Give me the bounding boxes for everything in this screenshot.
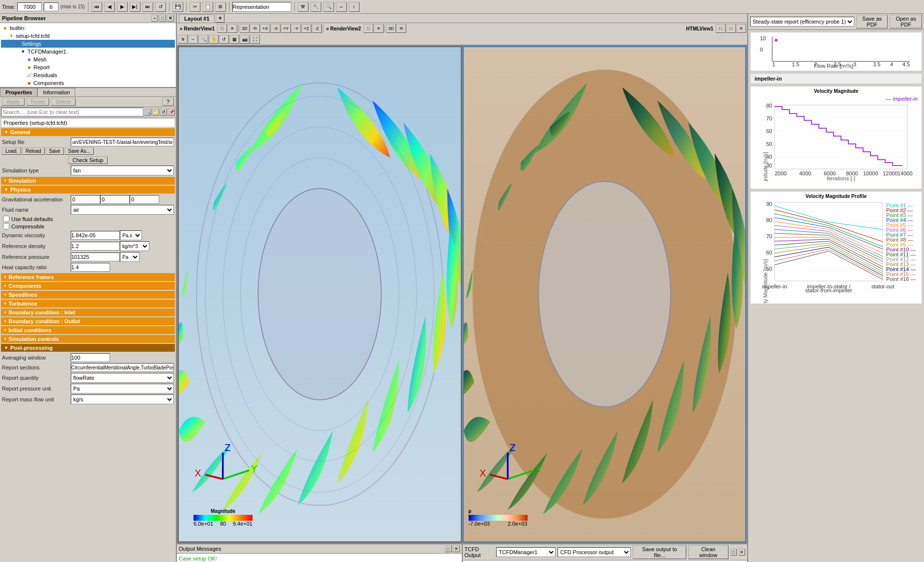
save-as-btn[interactable]: Save As... — [65, 147, 94, 155]
tree-item-residuals[interactable]: 📈 Residuals — [1, 71, 175, 79]
use-fluid-defaults-cb[interactable] — [3, 216, 9, 222]
bc-outlet-section-bar[interactable]: + Boundary condition : Outlet — [1, 317, 175, 325]
rv-icon-8[interactable]: ⛶ — [250, 35, 260, 44]
heat-cap-input[interactable] — [71, 263, 110, 272]
compressible-cb[interactable] — [3, 223, 9, 229]
toolbar-icon-1[interactable]: ✂ — [190, 2, 200, 12]
rv-icon-5[interactable]: ↺ — [219, 35, 229, 44]
tcfd-expand-btn[interactable]: □ — [730, 549, 737, 556]
html-btn-1[interactable]: □ — [716, 24, 726, 33]
ref-pressure-unit-select[interactable]: Pa — [120, 252, 140, 262]
report-pressure-select[interactable]: Pa — [71, 384, 174, 393]
components-section-bar[interactable]: + Components — [1, 282, 175, 290]
tcfd-save-btn[interactable]: Save output to file... — [633, 545, 686, 559]
post-processing-section-bar[interactable]: ▼ Post-processing — [1, 344, 175, 352]
play-btn[interactable]: ▶ — [117, 2, 128, 12]
rv-icon-7[interactable]: 📷 — [240, 35, 250, 44]
bc-inlet-section-bar[interactable]: + Boundary condition : Inlet — [1, 309, 175, 316]
tree-item-report[interactable]: ◆ Report — [1, 63, 175, 71]
tree-item-components[interactable]: ◆ Components — [1, 79, 175, 87]
rv1-3d-btn[interactable]: 3D — [240, 24, 250, 33]
toolbar-icon-5[interactable]: 🔧 — [310, 2, 321, 12]
representation-combo[interactable] — [232, 2, 291, 12]
ref-frames-section-bar[interactable]: + Reference frames — [1, 273, 175, 281]
reload-btn[interactable]: Reload — [22, 147, 45, 155]
speedlines-section-bar[interactable]: + Speedlines — [1, 291, 175, 299]
layout-add-btn[interactable]: + — [216, 14, 224, 23]
tree-item-builtin[interactable]: ▶ builtin: — [1, 24, 175, 32]
reset-btn[interactable]: Reset — [27, 98, 50, 106]
rv-icon-3[interactable]: 🔍 — [198, 35, 208, 44]
rv1-btn-4[interactable]: +X — [260, 24, 270, 33]
ref-density-input[interactable] — [71, 242, 120, 251]
tcfd-manager-select[interactable]: TCFDManager1 — [496, 547, 556, 557]
tab-information[interactable]: Information — [37, 88, 75, 96]
time-input[interactable] — [17, 2, 42, 11]
rv2-btn-2[interactable]: ✕ — [374, 24, 384, 33]
rv2-btn-3[interactable]: ⟲ — [396, 24, 406, 33]
html-btn-3[interactable]: ✕ — [736, 24, 746, 33]
dyn-visc-input[interactable] — [71, 231, 120, 240]
toolbar-icon-4[interactable]: ⚒ — [298, 2, 308, 12]
rv1-btn-5[interactable]: -X — [271, 24, 280, 33]
general-section-bar[interactable]: ▼ General — [1, 128, 175, 136]
delete-btn[interactable]: Delete — [51, 98, 76, 106]
grav-y-input[interactable] — [100, 195, 130, 204]
output-close-btn[interactable]: ✕ — [453, 545, 460, 552]
setup-file-input[interactable] — [71, 138, 174, 146]
props-search[interactable] — [1, 108, 143, 116]
grav-x-input[interactable] — [71, 195, 100, 204]
save-pdf-btn[interactable]: Save as PDF — [856, 15, 888, 28]
tcfd-close-btn[interactable]: ✕ — [739, 549, 745, 556]
props-pin-btn[interactable]: 📌 — [168, 109, 175, 115]
toolbar-icon-2[interactable]: 📋 — [202, 2, 213, 12]
pipeline-btn-1[interactable]: − — [151, 15, 158, 22]
rv1-btn-2[interactable]: ✕ — [227, 24, 237, 33]
render-view-1[interactable]: Y Z X — [178, 46, 462, 542]
save-btn[interactable]: Save — [46, 147, 64, 155]
loop-btn[interactable]: ↺ — [155, 2, 166, 12]
save-anim-btn[interactable]: 💾 — [172, 2, 183, 12]
tree-item-tcfdmanager[interactable]: ▼ TCFDManager1 — [1, 48, 175, 56]
rv1-btn-8[interactable]: +Z — [302, 24, 311, 33]
grav-z-input[interactable] — [130, 195, 159, 204]
toolbar-icon-7[interactable]: ↔ — [336, 2, 347, 12]
rv2-3d-btn[interactable]: 3D — [386, 24, 396, 33]
tree-item-setup[interactable]: ▼ setup-tcfd.tcfd — [1, 32, 175, 40]
sim-type-select[interactable]: fan — [71, 166, 174, 175]
rv1-btn-1[interactable]: □ — [217, 24, 227, 33]
rv1-btn-7[interactable]: -Y — [291, 24, 301, 33]
html-btn-2[interactable]: □ — [726, 24, 736, 33]
props-refresh-btn[interactable]: ↺ — [160, 109, 167, 115]
pipeline-btn-2[interactable]: □ — [159, 15, 166, 22]
rv1-btn-3[interactable]: ⟲ — [250, 24, 260, 33]
simulation-section-bar[interactable]: + Simulation — [1, 177, 175, 185]
report-sections-input[interactable] — [71, 363, 174, 372]
last-frame-btn[interactable]: ⏭ — [142, 2, 153, 12]
avg-window-input[interactable] — [71, 353, 110, 362]
layout-tab-1[interactable]: Layout #1 — [179, 14, 215, 23]
ref-density-unit-select[interactable]: kg/m^3 — [120, 241, 149, 251]
rv-icon-4[interactable]: ✋ — [209, 35, 219, 44]
help-btn[interactable]: ? — [162, 98, 174, 106]
tcfd-clean-btn[interactable]: Clean window — [688, 545, 728, 559]
tree-item-settings[interactable]: ⚙ Settings — [1, 40, 175, 48]
rv-icon-6[interactable]: ▦ — [229, 35, 239, 44]
output-expand-btn[interactable]: □ — [445, 545, 452, 552]
tree-item-mesh[interactable]: ◆ Mesh — [1, 56, 175, 63]
apply-btn[interactable]: Apply — [2, 98, 25, 106]
toolbar-icon-8[interactable]: ↕ — [349, 2, 360, 12]
report-type-select[interactable]: Steady-state report (efficiency probe 1) — [750, 17, 854, 27]
check-setup-btn[interactable]: Check Setup — [68, 156, 108, 164]
turbulence-section-bar[interactable]: + Turbulence — [1, 300, 175, 308]
tab-properties[interactable]: Properties — [0, 88, 37, 96]
open-pdf-btn[interactable]: Open as PDF — [890, 15, 922, 28]
rv1-btn-9[interactable]: -Z — [312, 24, 322, 33]
report-qty-select[interactable]: flowRate — [71, 373, 174, 383]
physics-section-bar[interactable]: ▼ Physics — [1, 186, 175, 194]
sim-controls-section-bar[interactable]: + Simulation controls — [1, 335, 175, 343]
render-view-2[interactable]: Y Z X — [463, 46, 747, 542]
rv-icon-1[interactable]: 🖱 — [178, 35, 188, 44]
prev-frame-btn[interactable]: ◀ — [104, 2, 115, 12]
rv-icon-2[interactable]: ↔ — [188, 35, 198, 44]
